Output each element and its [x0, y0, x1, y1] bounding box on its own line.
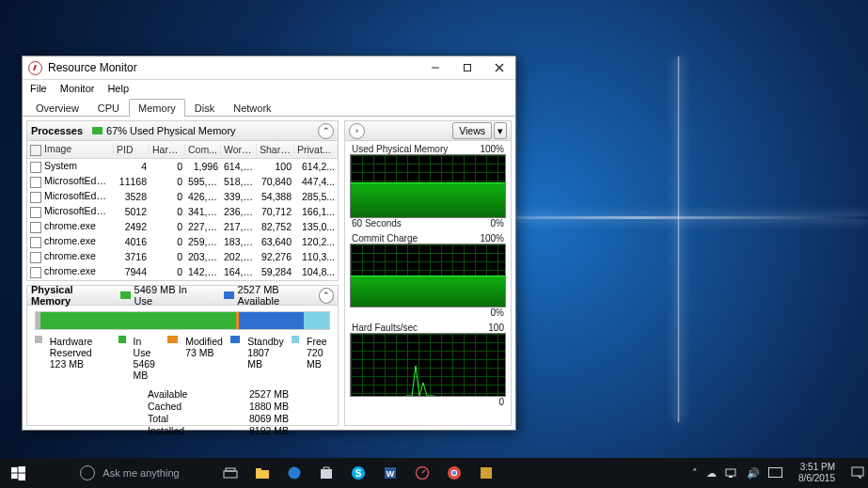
legend-value: 1807 MB — [247, 347, 284, 370]
table-row[interactable]: chrome.exe40160259,0...183,9...63,640120… — [27, 234, 338, 249]
cell-commit: 1,996 — [185, 161, 221, 172]
usage-swatch — [92, 127, 103, 134]
table-row[interactable]: chrome.exe37160203,2...202,5...92,276110… — [27, 249, 338, 264]
window-buttons — [419, 56, 515, 79]
col-image[interactable]: Image — [27, 143, 114, 155]
title-bar[interactable]: Resource Monitor — [23, 56, 515, 80]
svg-rect-24 — [726, 469, 735, 476]
checkbox-icon[interactable] — [30, 237, 41, 248]
table-header-row[interactable]: Image PID Hard ... Com... Work... Share.… — [27, 141, 338, 159]
processes-title: Processes — [31, 125, 83, 136]
checkbox-icon[interactable] — [30, 177, 41, 188]
legend-item: Free720 MB — [292, 336, 330, 381]
checkbox-icon[interactable] — [30, 222, 41, 233]
views-dropdown-button[interactable]: ▾ — [494, 122, 507, 139]
table-row[interactable]: chrome.exe24920227,4...217,7...82,752135… — [27, 219, 338, 234]
cell-shareable: 82,752 — [257, 221, 294, 232]
checkbox-icon[interactable] — [30, 207, 41, 218]
legend-swatch — [292, 336, 299, 343]
col-shareable[interactable]: Share... — [257, 144, 294, 155]
legend-item: Hardware Reserved123 MB — [35, 336, 111, 381]
graph-canvas — [350, 333, 506, 397]
cell-image: MicrosoftEdgeCP.exe — [27, 175, 114, 187]
tab-memory[interactable]: Memory — [129, 99, 185, 117]
cell-private: 614,2... — [294, 161, 338, 172]
tab-disk[interactable]: Disk — [185, 99, 224, 117]
tab-overview[interactable]: Overview — [26, 99, 88, 117]
tray-onedrive-icon[interactable]: ☁ — [706, 467, 717, 480]
clock-date: 8/6/2015 — [798, 473, 835, 484]
tab-cpu[interactable]: CPU — [88, 99, 129, 117]
svg-rect-13 — [321, 469, 332, 479]
col-private[interactable]: Privat... — [294, 144, 338, 155]
legend-label: Hardware Reserved — [50, 336, 111, 358]
col-commit[interactable]: Com... — [185, 144, 221, 155]
checkbox-icon[interactable] — [30, 145, 41, 156]
cell-hardfaults: 0 — [150, 251, 185, 262]
left-column: Processes 67% Used Physical Memory ⌃ Ima… — [26, 120, 339, 426]
menu-file[interactable]: File — [30, 83, 47, 94]
processes-summary: 67% Used Physical Memory — [106, 125, 236, 136]
cell-shareable: 63,640 — [257, 236, 294, 247]
cell-private: 447,4... — [294, 176, 338, 187]
cell-hardfaults: 0 — [150, 221, 185, 232]
start-button[interactable] — [0, 458, 36, 488]
graph-title: Commit Charge — [352, 233, 418, 244]
processes-table[interactable]: Image PID Hard ... Com... Work... Share.… — [27, 141, 338, 280]
maximize-button[interactable] — [451, 56, 483, 79]
table-row[interactable]: MicrosoftEdgeCP.exe35280426,4...339,8...… — [27, 189, 338, 204]
collapse-icon[interactable]: ⌃ — [318, 123, 334, 139]
tray-network-icon[interactable] — [725, 467, 738, 479]
physical-memory-panel: Physical Memory 5469 MB In Use 2527 MB A… — [26, 285, 339, 426]
col-workingset[interactable]: Work... — [221, 144, 257, 155]
stat-value: 1880 MB — [225, 401, 289, 412]
cell-workingset: 614,3... — [221, 161, 257, 172]
menu-monitor[interactable]: Monitor — [60, 83, 95, 94]
table-row[interactable]: chrome.exe79440142,9...164,1...59,284104… — [27, 264, 338, 279]
close-button[interactable] — [483, 56, 515, 79]
clock[interactable]: 3:51 PM 8/6/2015 — [791, 462, 843, 484]
svg-rect-7 — [18, 473, 25, 480]
graphs-header[interactable]: › Views ▾ — [345, 121, 511, 141]
table-row[interactable]: MicrosoftEdgeCP.exe50120341,0...236,8...… — [27, 204, 338, 219]
taskbar-app-explorer[interactable] — [246, 458, 278, 488]
views-button[interactable]: Views — [452, 122, 492, 139]
menu-help[interactable]: Help — [107, 83, 129, 94]
taskbar-app-store[interactable] — [310, 458, 342, 488]
minimize-button[interactable] — [419, 56, 451, 79]
svg-point-22 — [452, 471, 456, 475]
physical-memory-title: Physical Memory — [31, 284, 111, 307]
tab-network[interactable]: Network — [224, 99, 280, 117]
taskbar-app-generic[interactable] — [470, 458, 502, 488]
taskbar-app-word[interactable]: W — [374, 458, 406, 488]
tray-input-icon[interactable] — [768, 467, 782, 479]
checkbox-icon[interactable] — [30, 162, 41, 173]
graph: Used Physical Memory100%60 Seconds0% — [350, 144, 506, 228]
checkbox-icon[interactable] — [30, 192, 41, 203]
col-hardfaults[interactable]: Hard ... — [150, 144, 185, 155]
tray-volume-icon[interactable]: 🔊 — [747, 467, 760, 480]
taskbar-app-resource-monitor[interactable] — [406, 458, 438, 488]
collapse-graphs-icon[interactable]: › — [349, 123, 365, 139]
table-row[interactable]: MicrosoftEdgeCP.exe111680595,3...518,3..… — [27, 174, 338, 189]
svg-rect-6 — [11, 473, 18, 479]
table-row[interactable]: System401,996614,3...100614,2... — [27, 159, 338, 174]
cell-commit: 203,2... — [185, 251, 221, 262]
action-center-icon[interactable] — [851, 466, 864, 480]
search-box[interactable]: Ask me anything — [36, 458, 214, 488]
col-pid[interactable]: PID — [114, 144, 150, 155]
tray-chevron-icon[interactable]: ˄ — [692, 467, 698, 480]
collapse-icon[interactable]: ⌃ — [319, 288, 334, 304]
cell-pid: 4016 — [114, 236, 150, 247]
processes-header[interactable]: Processes 67% Used Physical Memory ⌃ — [27, 121, 338, 141]
task-view-button[interactable] — [214, 458, 246, 488]
svg-rect-23 — [481, 467, 492, 479]
checkbox-icon[interactable] — [30, 267, 41, 278]
avail-text: 2527 MB Available — [238, 284, 319, 307]
taskbar-app-skype[interactable]: S — [342, 458, 374, 488]
taskbar-app-edge[interactable] — [278, 458, 310, 488]
taskbar-app-chrome[interactable] — [438, 458, 470, 488]
checkbox-icon[interactable] — [30, 252, 41, 263]
graph-fill — [351, 276, 505, 307]
physical-memory-header[interactable]: Physical Memory 5469 MB In Use 2527 MB A… — [27, 286, 338, 306]
